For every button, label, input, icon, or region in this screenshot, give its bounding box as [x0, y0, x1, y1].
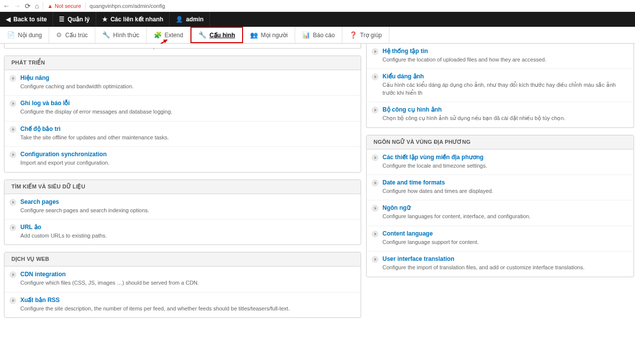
arrow-bullet-icon	[9, 151, 16, 158]
menu-icon: ☰	[59, 16, 64, 23]
config-desc: Add custom URLs to existing paths.	[20, 232, 355, 240]
config-item: Configuration synchronization Import and…	[4, 146, 361, 172]
panel-stub	[4, 44, 361, 49]
tab-content[interactable]: 📄Nội dung	[0, 27, 49, 43]
config-desc: Configure which files (CSS, JS, images ……	[20, 279, 355, 287]
tab-help-label: Trợ giúp	[360, 32, 382, 39]
config-item: Chế độ bảo trì Take the site offline for…	[4, 121, 361, 146]
manage-label: Quản lý	[67, 16, 89, 23]
arrow-bullet-icon	[9, 75, 16, 82]
config-desc: Configure the display of error messages …	[20, 108, 355, 116]
config-desc: Chọn bộ công cụ hình ảnh sử dụng nếu bạn…	[382, 115, 628, 122]
arrow-bullet-icon	[372, 205, 379, 212]
arrow-bullet-icon	[9, 297, 16, 304]
tab-structure[interactable]: ⚙Cấu trúc	[49, 27, 95, 43]
tab-people-label: Mọi người	[261, 32, 288, 39]
arrow-bullet-icon	[9, 224, 16, 231]
config-link-rss[interactable]: Xuất bản RSS	[20, 297, 60, 303]
panel-media: Hệ thống tập tin Configure the location …	[366, 44, 634, 128]
separator	[43, 2, 43, 9]
config-link-search-pages[interactable]: Search pages	[20, 198, 59, 205]
config-desc: Take the site offline for updates and ot…	[20, 134, 355, 141]
config-item: Ngôn ngữ Configure languages for content…	[367, 200, 634, 225]
tab-extend-label: Extend	[165, 32, 183, 39]
tab-help[interactable]: ❓Trợ giúp	[342, 27, 389, 43]
config-item: Search pages Configure search pages and …	[4, 194, 361, 219]
arrow-bullet-icon	[372, 48, 379, 55]
tab-people[interactable]: 👥Mọi người	[243, 27, 295, 43]
config-link-regional-settings[interactable]: Các thiết lập vùng miền địa phương	[382, 154, 484, 161]
config-item: Ghi log và báo lỗi Configure the display…	[4, 95, 361, 121]
config-item: CDN integration Configure which files (C…	[4, 266, 361, 292]
config-link-content-language[interactable]: Content language	[382, 230, 433, 237]
config-link-languages[interactable]: Ngôn ngữ	[382, 204, 411, 211]
arrow-bullet-icon	[9, 100, 16, 107]
tab-config[interactable]: 🔧Cấu hình	[190, 27, 243, 43]
config-desc: Configure the site description, the numb…	[20, 305, 355, 312]
config-link-datetime-formats[interactable]: Date and time formats	[382, 179, 445, 186]
separator	[85, 2, 86, 9]
config-link-maintenance[interactable]: Chế độ bảo trì	[20, 125, 61, 132]
not-secure-badge[interactable]: ▲Not secure	[47, 3, 81, 9]
chevron-left-icon: ◀	[6, 16, 10, 23]
config-item: Hệ thống tập tin Configure the location …	[367, 44, 634, 68]
warning-icon: ▲	[47, 3, 53, 9]
wrench-icon: 🔧	[102, 31, 110, 39]
config-link-image-toolkit[interactable]: Bộ công cụ hình ảnh	[382, 106, 442, 113]
quicklinks-label: Các liên kết nhanh	[111, 16, 163, 23]
back-icon[interactable]: ←	[3, 2, 10, 10]
user-icon: 👤	[176, 16, 183, 23]
panel-web-services: DỊCH VỤ WEB CDN integration Configure wh…	[4, 252, 361, 318]
config-link-logging[interactable]: Ghi log và báo lỗi	[20, 100, 70, 107]
user-menu[interactable]: 👤admin	[170, 12, 210, 27]
config-link-ui-translation[interactable]: User interface translation	[382, 255, 454, 262]
config-link-performance[interactable]: Hiệu năng	[20, 74, 49, 81]
config-link-file-system[interactable]: Hệ thống tập tin	[382, 48, 428, 55]
admin-tabs: 📄Nội dung ⚙Cấu trúc 🔧Hình thức 🧩Extend 🔧…	[0, 27, 635, 44]
config-desc: Configure language support for content.	[382, 239, 628, 246]
user-label: admin	[186, 16, 203, 23]
arrow-bullet-icon	[9, 126, 16, 133]
main-content: PHÁT TRIỂN Hiệu năng Configure caching a…	[0, 44, 635, 361]
tab-structure-label: Cấu trúc	[65, 32, 88, 39]
arrow-bullet-icon	[9, 199, 16, 206]
config-item: Các thiết lập vùng miền địa phương Confi…	[367, 149, 634, 175]
structure-icon: ⚙	[56, 31, 62, 39]
arrow-bullet-icon	[9, 271, 16, 278]
left-column: PHÁT TRIỂN Hiệu năng Configure caching a…	[4, 44, 361, 361]
quicklinks-button[interactable]: ★Các liên kết nhanh	[96, 12, 170, 27]
config-link-cdn-integration[interactable]: CDN integration	[20, 271, 65, 278]
url-text[interactable]: quangvinhpn.com/admin/config	[90, 3, 165, 9]
tab-appearance[interactable]: 🔧Hình thức	[95, 27, 147, 43]
config-item: Kiểu dáng ảnh Cấu hình các kiểu dáng áp …	[367, 68, 634, 102]
forward-icon[interactable]: →	[14, 2, 21, 10]
right-column: Hệ thống tập tin Configure the location …	[366, 44, 634, 361]
wrench-icon: 🔧	[198, 31, 206, 39]
panel-title: DỊCH VỤ WEB	[4, 252, 361, 266]
config-item: Content language Configure language supp…	[367, 226, 634, 251]
help-icon: ❓	[349, 31, 357, 39]
arrow-bullet-icon	[372, 107, 379, 114]
config-link-image-styles[interactable]: Kiểu dáng ảnh	[382, 73, 424, 80]
arrow-bullet-icon	[372, 154, 379, 161]
config-item: URL ảo Add custom URLs to existing paths…	[4, 219, 361, 244]
config-desc: Configure how dates and times are displa…	[382, 187, 628, 195]
back-to-site-label: Back to site	[13, 16, 47, 23]
home-icon[interactable]: ⌂	[35, 2, 39, 10]
tab-reports[interactable]: 📊Báo cáo	[295, 27, 342, 43]
config-link-url-aliases[interactable]: URL ảo	[20, 224, 41, 231]
tab-appearance-label: Hình thức	[113, 32, 139, 39]
back-to-site-button[interactable]: ◀Back to site	[0, 12, 53, 27]
star-icon: ★	[102, 16, 108, 23]
config-desc: Configure caching and bandwidth optimiza…	[20, 83, 355, 90]
config-link-config-sync[interactable]: Configuration synchronization	[20, 151, 107, 158]
arrow-bullet-icon	[372, 180, 379, 186]
config-item: User interface translation Configure the…	[367, 251, 634, 276]
not-secure-label: Not secure	[55, 3, 81, 9]
bar-chart-icon: 📊	[302, 31, 310, 39]
reload-icon[interactable]: ⟳	[25, 2, 31, 10]
tab-extend[interactable]: 🧩Extend	[147, 27, 190, 43]
people-icon: 👥	[250, 31, 258, 39]
manage-button[interactable]: ☰Quản lý	[53, 12, 96, 27]
panel-regional-language: NGÔN NGỮ VÀ VÙNG ĐỊA PHƯƠNG Các thiết lậ…	[366, 135, 634, 277]
